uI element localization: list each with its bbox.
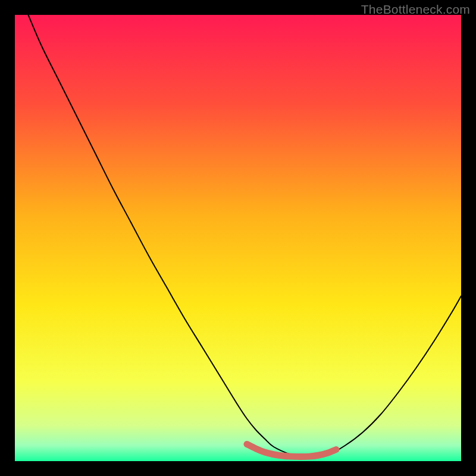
watermark-text: TheBottleneck.com xyxy=(361,2,470,17)
chart-stage: TheBottleneck.com xyxy=(0,0,476,476)
chart-background xyxy=(15,15,461,461)
bottleneck-chart xyxy=(15,15,461,461)
